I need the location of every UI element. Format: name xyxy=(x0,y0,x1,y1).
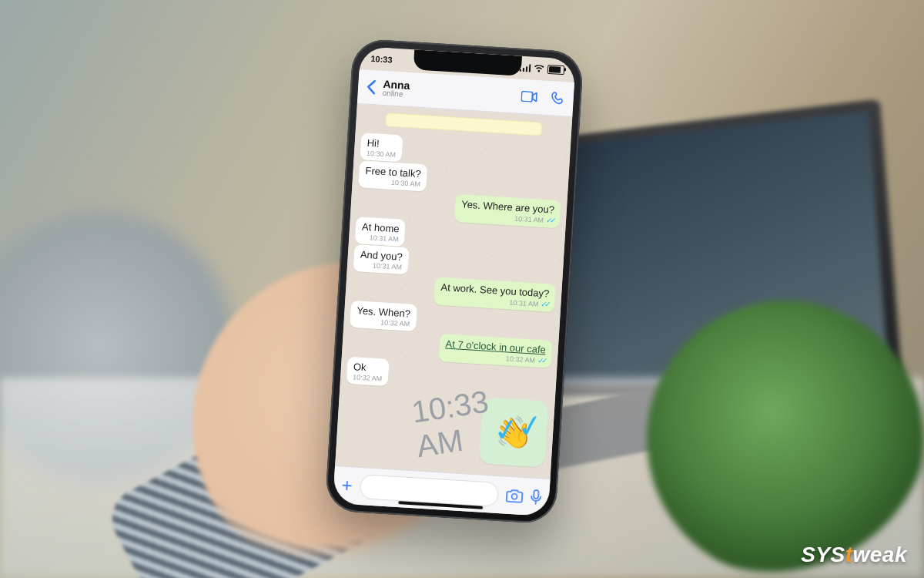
message-out-sticker[interactable]: 👋 10:33 AM✓✓ xyxy=(342,385,549,468)
status-time: 10:33 xyxy=(370,54,393,65)
message-text: Hi! xyxy=(367,137,397,150)
watermark-logo: SYStweak xyxy=(801,543,907,567)
message-time: 10:32 AM xyxy=(353,373,383,382)
message-time: 10:31 AM xyxy=(514,214,544,223)
camera-button[interactable] xyxy=(506,489,524,503)
message-time: 10:31 AM xyxy=(509,298,539,307)
sticker-bubble: 👋 10:33 AM✓✓ xyxy=(479,398,549,468)
message-input[interactable] xyxy=(360,474,500,507)
microphone-button[interactable] xyxy=(531,489,542,506)
scene-photo: 10:33 Anna online xyxy=(0,0,924,578)
watermark-pre: SYS xyxy=(801,543,845,566)
read-receipt-icon: ✓✓ xyxy=(490,407,543,449)
encryption-banner xyxy=(385,113,543,136)
read-receipt-icon: ✓✓ xyxy=(541,300,549,309)
message-time: 10:30 AM xyxy=(391,179,421,188)
watermark-accent: t xyxy=(845,543,853,566)
svg-point-1 xyxy=(511,494,517,499)
attach-button[interactable]: + xyxy=(341,476,353,496)
svg-rect-2 xyxy=(534,490,539,499)
watermark-post: weak xyxy=(853,543,908,566)
message-time: 10:33 AM xyxy=(409,384,495,464)
chat-scroll-area[interactable]: Hi! 10:30 AM Free to talk? 10:30 AM Yes.… xyxy=(335,103,572,479)
message-time: 10:32 AM xyxy=(506,355,536,364)
phone-screen: 10:33 Anna online xyxy=(333,46,576,516)
phone-frame: 10:33 Anna online xyxy=(325,38,584,524)
voice-call-button[interactable] xyxy=(550,90,566,106)
message-time: 10:31 AM xyxy=(373,261,403,271)
message-time: 10:30 AM xyxy=(367,150,397,159)
message-time: 10:32 AM xyxy=(380,318,410,328)
wifi-icon xyxy=(534,65,545,73)
chat-title[interactable]: Anna online xyxy=(382,79,509,105)
message-text: Ok xyxy=(353,361,383,374)
video-call-button[interactable] xyxy=(521,91,538,102)
battery-icon xyxy=(547,65,565,75)
svg-rect-0 xyxy=(521,91,533,102)
message-text: At home xyxy=(362,221,400,235)
message-time: 10:31 AM xyxy=(369,234,399,243)
read-receipt-icon: ✓✓ xyxy=(546,216,554,225)
read-receipt-icon: ✓✓ xyxy=(537,356,546,365)
background-plant xyxy=(647,301,924,578)
back-button[interactable] xyxy=(366,79,377,96)
